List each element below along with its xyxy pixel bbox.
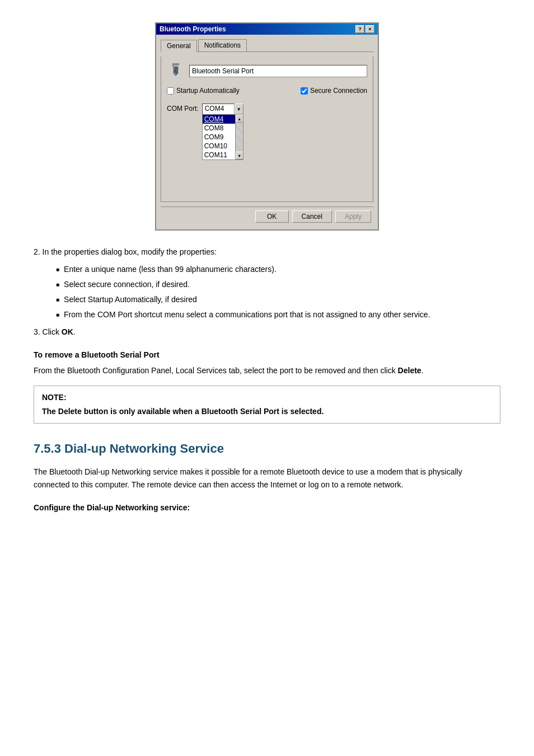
com-option-com11[interactable]: COM11	[203, 151, 235, 159]
com-option-com9[interactable]: COM9	[203, 133, 235, 142]
com-dropdown-button[interactable]: ▼	[235, 104, 243, 115]
checkbox-row: Startup Automatically Secure Connection	[167, 87, 367, 95]
dialog-buttons: OK Cancel Apply	[161, 206, 373, 225]
note-label: NOTE:	[42, 392, 492, 403]
com-select-wrapper: COM4 ▼ COM4 COM8 COM9 COM10 COM11	[202, 104, 243, 160]
step2-text: 2. In the properties dialog box, modify …	[34, 246, 500, 258]
tab-bar: General Notifications	[161, 39, 373, 52]
com-option-com8[interactable]: COM8	[203, 124, 235, 133]
svg-rect-0	[172, 63, 175, 65]
secure-checkbox-item: Secure Connection	[301, 87, 367, 95]
dialog-content: General Notifications	[156, 35, 378, 229]
remove-heading: To remove a Bluetooth Serial Port	[34, 349, 500, 361]
tab-general[interactable]: General	[161, 40, 197, 52]
close-button[interactable]: ×	[366, 25, 374, 33]
tab-notifications[interactable]: Notifications	[198, 39, 247, 51]
secure-checkbox[interactable]	[301, 87, 308, 95]
bluetooth-icon	[167, 62, 185, 80]
dialog-titlebar: Bluetooth Properties ? ×	[156, 24, 378, 35]
com-select-top: COM4 ▼	[202, 104, 243, 115]
list-item: From the COM Port shortcut menu select a…	[56, 309, 500, 321]
dialog-title: Bluetooth Properties	[160, 25, 226, 33]
svg-rect-1	[175, 63, 177, 65]
remove-para: From the Bluetooth Configuration Panel, …	[34, 364, 500, 377]
list-item: Enter a unique name (less than 99 alphan…	[56, 264, 500, 275]
scroll-down-button[interactable]: ▼	[236, 152, 243, 159]
com-list-items: COM4 COM8 COM9 COM10 COM11	[203, 115, 235, 159]
ok-button[interactable]: OK	[255, 210, 289, 223]
svg-rect-2	[177, 63, 179, 65]
bullet-list: Enter a unique name (less than 99 alphan…	[56, 264, 500, 321]
main-content: 2. In the properties dialog box, modify …	[34, 246, 500, 514]
step3-ok-bold: OK	[62, 327, 73, 336]
com-list-scrollable: COM4 COM8 COM9 COM10 COM11 ▲ ▼	[203, 115, 243, 159]
apply-button[interactable]: Apply	[335, 210, 371, 223]
help-button[interactable]: ?	[355, 25, 364, 33]
titlebar-buttons: ? ×	[355, 25, 374, 33]
tab-panel-general: Startup Automatically Secure Connection …	[161, 57, 373, 202]
com-port-row: COM Port: COM4 ▼ COM4 COM8 COM9	[167, 104, 367, 160]
com-list: COM4 COM8 COM9 COM10 COM11 ▲ ▼	[202, 115, 243, 160]
com-scrollbar: ▲ ▼	[235, 115, 243, 159]
section-title: 7.5.3 Dial-up Networking Service	[34, 439, 500, 458]
secure-label: Secure Connection	[310, 87, 367, 95]
list-item: Select secure connection, if desired.	[56, 279, 500, 290]
com-option-com10[interactable]: COM10	[203, 142, 235, 151]
step3-text: 3. Click OK.	[34, 326, 500, 338]
configure-heading: Configure the Dial-up Networking service…	[34, 502, 500, 514]
delete-bold: Delete	[398, 366, 421, 375]
dialup-para: The Bluetooth Dial-up Networking service…	[34, 466, 500, 491]
scroll-track	[236, 123, 243, 152]
note-box: NOTE: The Delete button is only availabl…	[34, 386, 500, 424]
startup-label: Startup Automatically	[176, 87, 240, 95]
com-port-label: COM Port:	[167, 104, 199, 112]
bluetooth-properties-dialog: Bluetooth Properties ? × General Notific…	[155, 22, 379, 231]
startup-checkbox-item: Startup Automatically	[167, 87, 240, 95]
dialog-wrapper: Bluetooth Properties ? × General Notific…	[34, 22, 500, 231]
list-item: Select Startup Automatically, if desired	[56, 294, 500, 306]
com-display: COM4	[202, 104, 235, 115]
service-name-row	[167, 62, 367, 80]
startup-checkbox[interactable]	[167, 87, 174, 95]
note-content: The Delete button is only available when…	[42, 406, 492, 417]
scroll-up-button[interactable]: ▲	[236, 115, 243, 123]
svg-rect-3	[172, 65, 174, 67]
com-option-com4[interactable]: COM4	[203, 115, 235, 124]
service-name-input[interactable]	[189, 65, 367, 77]
cancel-button[interactable]: Cancel	[292, 210, 332, 223]
